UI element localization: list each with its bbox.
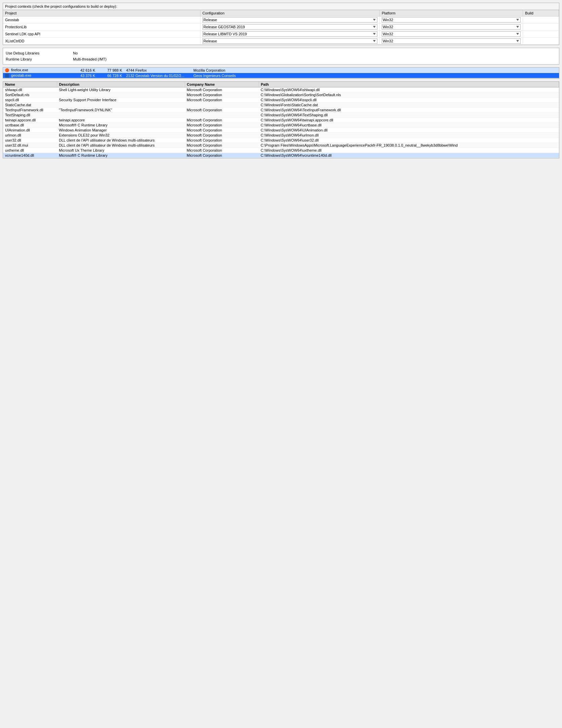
project-name: Sentinel LDK cpp API: [3, 31, 200, 38]
dll-name: user32.dll.mui: [3, 143, 57, 148]
dll-company: [185, 103, 259, 108]
dll-company: Microsoft Corporation: [185, 123, 259, 128]
project-contexts-panel: Project contexts (check the project conf…: [3, 3, 559, 45]
config-select[interactable]: Release: [202, 38, 377, 44]
geostab-icon: [5, 74, 9, 78]
dll-company: Microsoft Corporation: [185, 92, 259, 98]
dll-description: twinapi.appcore: [57, 118, 185, 123]
dll-name: SortDefault.nls: [3, 92, 57, 98]
dll-path: C:\Windows\SysWOW64\urlmon.dll: [259, 133, 559, 138]
runtime-library-value: Multi-threaded (/MT): [73, 57, 107, 61]
project-config[interactable]: Release: [200, 38, 379, 45]
dll-path: C:\Windows\SysWOW64\vcruntime140d.dll: [259, 153, 559, 158]
dll-company: Microsoft Corporation: [185, 148, 259, 153]
dll-company: Microsoft Corporation: [185, 87, 259, 92]
dll-table-row[interactable]: urlmon.dllExtensions OLE32 pour Win32Mic…: [3, 133, 559, 138]
platform-select[interactable]: Win32: [382, 31, 521, 37]
project-table: Project Configuration Platform Build Geo…: [3, 10, 559, 45]
dll-name: urlmon.dll: [3, 133, 57, 138]
dll-description: DLL client de l'API utilisateur de Windo…: [57, 143, 185, 148]
firefox-mem1: 42 616 K: [70, 68, 97, 73]
config-select[interactable]: Release LIBMTD VS 2019: [202, 31, 377, 37]
dll-description: [57, 92, 185, 98]
dll-name: twinapi.appcore.dll: [3, 118, 57, 123]
geostab-mem1: 43 376 K: [70, 73, 97, 78]
dll-path: C:\Windows\SysWOW64\ucrtbase.dll: [259, 123, 559, 128]
dll-table-row[interactable]: uxtheme.dllMicrosoft Ux Theme LibraryMic…: [3, 148, 559, 153]
dll-path: C:\Windows\SysWOW64\UIAnimation.dll: [259, 128, 559, 133]
dll-description: Security Support Provider Interface: [57, 98, 185, 103]
platform-select[interactable]: Win32: [382, 38, 521, 44]
panel-header: Project contexts (check the project conf…: [3, 3, 559, 10]
dll-name: user32.dll: [3, 138, 57, 143]
dll-name: TextShaping.dll: [3, 113, 57, 118]
dll-table-row[interactable]: StaticCache.datC:\Windows\Fonts\StaticCa…: [3, 103, 559, 108]
project-build: [523, 16, 559, 24]
project-config[interactable]: Release: [200, 16, 379, 24]
dll-table-row[interactable]: sspcli.dllSecurity Support Provider Inte…: [3, 98, 559, 103]
project-platform[interactable]: Win32: [379, 38, 523, 45]
dll-path: C:\Windows\SysWOW64\TextShaping.dll: [259, 113, 559, 118]
dll-name: vcruntime140d.dll: [3, 153, 57, 158]
dll-table-row[interactable]: TextInputFramework.dll"TextInputFramewor…: [3, 108, 559, 113]
geostab-mem2: 66 728 K: [97, 73, 124, 78]
dll-company: [185, 113, 259, 118]
project-table-row[interactable]: ProtectionLibRelease GEOSTAB 2019Win32: [3, 24, 559, 31]
dll-company: Microsoft Corporation: [185, 133, 259, 138]
process-row-geostab[interactable]: geostab.exe 43 376 K 66 728 K 2132 Geost…: [3, 73, 559, 78]
dll-table-row[interactable]: user32.dllDLL client de l'API utilisateu…: [3, 138, 559, 143]
col-configuration: Configuration: [200, 10, 379, 16]
dll-name: ucrtbase.dll: [3, 123, 57, 128]
project-name: XListCtrlDD: [3, 38, 200, 45]
dll-description: Windows Animation Manager: [57, 128, 185, 133]
dll-table-row[interactable]: twinapi.appcore.dlltwinapi.appcoreMicros…: [3, 118, 559, 123]
dll-col-name: Name: [3, 82, 57, 87]
project-name: ProtectionLib: [3, 24, 200, 31]
firefox-pid: 4744 Firefox: [124, 68, 191, 73]
dll-table-row[interactable]: SortDefault.nlsMicrosoft CorporationC:\W…: [3, 92, 559, 98]
dll-name: sspcli.dll: [3, 98, 57, 103]
col-platform: Platform: [379, 10, 523, 16]
project-name: Geostab: [3, 16, 200, 24]
dll-table-row[interactable]: TextShaping.dllC:\Windows\SysWOW64\TextS…: [3, 113, 559, 118]
firefox-mem2: 77 988 K: [97, 68, 124, 73]
dll-table-row[interactable]: vcruntime140d.dllMicrosoft® C Runtime Li…: [3, 153, 559, 158]
config-select[interactable]: Release GEOSTAB 2019: [202, 24, 377, 30]
project-build: [523, 38, 559, 45]
project-platform[interactable]: Win32: [379, 24, 523, 31]
firefox-name: firefox.exe: [3, 68, 70, 73]
dll-path: C:\Windows\SysWOW64\TextInputFramework.d…: [259, 108, 559, 113]
process-row-firefox[interactable]: firefox.exe 42 616 K 77 988 K 4744 Firef…: [3, 68, 559, 73]
geostab-name: geostab.exe: [3, 73, 70, 78]
dll-description: [57, 113, 185, 118]
project-table-row[interactable]: Sentinel LDK cpp APIRelease LIBMTD VS 20…: [3, 31, 559, 38]
dll-col-company: Company Name: [185, 82, 259, 87]
dll-company: Microsoft Corporation: [185, 118, 259, 123]
dll-company: Microsoft Corporation: [185, 108, 259, 113]
project-table-row[interactable]: GeostabReleaseWin32: [3, 16, 559, 24]
dll-path: C:\Program Files\WindowsApps\Microsoft.L…: [259, 143, 559, 148]
dll-table-row[interactable]: shlwapi.dllShell Light-weight Utility Li…: [3, 87, 559, 92]
project-platform[interactable]: Win32: [379, 31, 523, 38]
geostab-pid: 2132 Geostab Version du 01/02/2...: [124, 73, 191, 78]
col-project: Project: [3, 10, 200, 16]
dll-company: Microsoft Corporation: [185, 143, 259, 148]
settings-panel: Use Debug Libraries No Runtime Library M…: [3, 48, 559, 65]
project-table-row[interactable]: XListCtrlDDReleaseWin32: [3, 38, 559, 45]
dll-name: shlwapi.dll: [3, 87, 57, 92]
firefox-icon: [5, 68, 9, 72]
platform-select[interactable]: Win32: [382, 17, 521, 23]
dll-company: Microsoft Corporation: [185, 138, 259, 143]
project-config[interactable]: Release GEOSTAB 2019: [200, 24, 379, 31]
dll-description: Shell Light-weight Utility Library: [57, 87, 185, 92]
dll-path: C:\Windows\Fonts\StaticCache.dat: [259, 103, 559, 108]
project-build: [523, 24, 559, 31]
project-platform[interactable]: Win32: [379, 16, 523, 24]
platform-select[interactable]: Win32: [382, 24, 521, 30]
dll-table-row[interactable]: UIAnimation.dllWindows Animation Manager…: [3, 128, 559, 133]
config-select[interactable]: Release: [202, 17, 377, 23]
dll-table-row[interactable]: ucrtbase.dllMicrosoft® C Runtime Library…: [3, 123, 559, 128]
dll-description: Microsoft® C Runtime Library: [57, 153, 185, 158]
dll-table-row[interactable]: user32.dll.muiDLL client de l'API utilis…: [3, 143, 559, 148]
project-config[interactable]: Release LIBMTD VS 2019: [200, 31, 379, 38]
